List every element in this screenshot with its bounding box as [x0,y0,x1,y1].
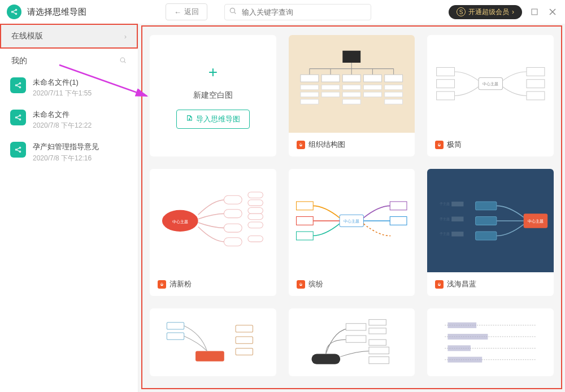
template-card-minimal[interactable]: 中心主题 极简 [427,35,554,156]
template-label: 浅海昌蓝 [447,279,476,289]
svg-line-25 [17,148,20,149]
svg-rect-101 [369,328,386,334]
svg-rect-51 [385,92,403,97]
search-icon [229,7,237,17]
search-box [224,4,371,20]
svg-point-13 [19,82,20,84]
file-name: 未命名文件 [33,110,92,120]
svg-point-23 [19,147,20,149]
sidebar: 在线模版 › 我的 未命名文件(1) 2020/7/11 下午1:55 未命名 [0,24,138,392]
svg-line-6 [234,12,236,14]
template-card-partial[interactable] [150,308,276,376]
svg-rect-79 [390,216,407,225]
svg-rect-77 [297,232,314,240]
template-thumbnail: 中心主题 [289,169,415,272]
svg-point-0 [11,11,12,12]
svg-rect-109 [447,322,476,328]
svg-rect-70 [247,214,263,220]
template-thumbnail [427,308,554,376]
svg-point-18 [19,115,20,116]
chevron-right-icon: › [124,32,127,41]
svg-rect-90 [451,232,463,236]
svg-rect-39 [385,75,403,82]
file-time: 2020/7/8 下午12:22 [33,121,92,130]
mindmap-icon [10,142,26,158]
svg-line-16 [17,86,20,87]
svg-rect-47 [343,99,361,104]
svg-rect-67 [247,192,263,198]
sidebar-item-label: 我的 [11,56,27,66]
template-card-blue-sea[interactable]: 中心主题 子主题 子主题 子主题 [427,169,554,296]
svg-rect-46 [343,92,361,97]
file-item[interactable]: 孕产妇管理指导意见 2020/7/8 下午12:16 [0,136,138,168]
svg-point-24 [19,151,20,153]
search-icon[interactable] [119,56,127,66]
template-label: 缤纷 [308,279,323,289]
svg-rect-64 [224,209,242,217]
svg-point-5 [230,8,234,12]
svg-rect-35 [343,75,361,82]
sidebar-item-online-templates[interactable]: 在线模版 › [0,24,138,49]
template-card-partial[interactable] [427,308,554,376]
svg-line-4 [13,12,16,14]
svg-rect-52 [385,99,403,104]
svg-rect-43 [321,85,340,90]
file-item[interactable]: 未命名文件 2020/7/8 下午12:22 [0,104,138,136]
svg-text:子主题: 子主题 [440,202,450,206]
vip-crown-icon: S [457,7,466,16]
svg-rect-33 [321,75,340,82]
svg-rect-78 [390,202,407,210]
svg-line-20 [17,116,20,117]
svg-text:中心主题: 中心主题 [172,219,188,224]
svg-rect-37 [364,75,382,82]
close-button[interactable] [547,6,558,18]
template-thumbnail: 中心主题 子主题 子主题 子主题 [427,169,554,272]
template-thumbnail [289,308,415,376]
template-card-colorful[interactable]: 中心主题 缤纷 [289,169,415,296]
svg-rect-97 [311,354,340,364]
template-card-fresh-pink[interactable]: 中心主题 [150,169,276,296]
search-input[interactable] [224,4,371,20]
svg-rect-65 [224,224,242,232]
hot-icon [297,141,305,149]
svg-rect-110 [447,334,488,339]
create-label: 新建空白图 [193,90,233,101]
svg-rect-42 [301,99,319,104]
svg-rect-91 [167,322,184,329]
plus-icon: + [208,63,218,81]
create-blank-card[interactable]: + 新建空白图 导入思维导图 [150,35,276,156]
vip-badge[interactable]: S 开通超级会员 › [449,5,522,19]
template-card-partial[interactable] [289,308,415,376]
svg-rect-83 [476,216,497,225]
svg-point-1 [15,9,16,10]
file-item[interactable]: 未命名文件(1) 2020/7/11 下午1:55 [0,72,138,104]
svg-rect-50 [385,85,403,90]
svg-rect-99 [346,336,366,342]
svg-text:子主题: 子主题 [440,232,450,236]
import-label: 导入思维导图 [196,114,240,124]
svg-rect-76 [297,216,314,225]
import-icon [186,115,193,124]
svg-rect-7 [532,9,537,15]
svg-rect-69 [247,207,263,214]
svg-rect-100 [369,319,386,325]
mindmap-icon [10,110,26,125]
svg-text:中心主题: 中心主题 [483,82,498,87]
svg-rect-75 [297,202,314,210]
svg-line-15 [17,84,20,85]
minimize-button[interactable] [529,6,540,18]
svg-rect-55 [437,68,455,76]
hot-icon [158,280,166,289]
app-logo [7,5,21,19]
import-button[interactable]: 导入思维导图 [176,110,250,129]
file-name: 孕产妇管理指导意见 [33,142,99,152]
svg-point-2 [15,13,16,14]
svg-point-14 [19,86,20,88]
dot-icon: › [512,8,514,16]
svg-rect-59 [527,80,545,88]
svg-rect-45 [343,85,361,90]
svg-rect-95 [236,337,253,343]
svg-rect-58 [527,68,545,76]
template-card-org-chart[interactable]: 组织结构图 [289,35,415,156]
back-button[interactable]: ← 返回 [166,3,207,20]
